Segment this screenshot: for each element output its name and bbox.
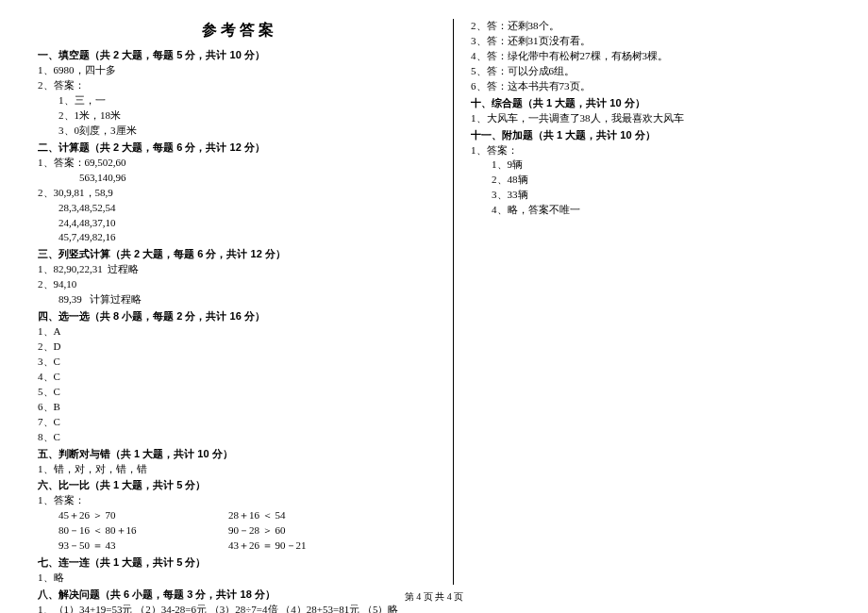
s6-row1: 45＋26 ＞ 70 28＋16 ＜ 54	[38, 508, 442, 523]
section-1-head: 一、填空题（共 2 大题，每题 5 分，共计 10 分）	[38, 48, 442, 63]
s2-l5: 24,4,48,37,10	[38, 216, 442, 231]
section-10-head: 十、综合题（共 1 大题，共计 10 分）	[471, 96, 811, 111]
s11-l1: 1、答案：	[471, 143, 811, 158]
s1-l4: 2、1米，18米	[38, 108, 442, 124]
s6-row2: 80－16 ＜ 80＋16 90－28 ＞ 60	[38, 523, 442, 538]
s2-l2: 563,140,96	[38, 171, 442, 186]
s6-row3: 93－50 ＝ 43 43＋26 ＝ 90－21	[38, 538, 442, 554]
pre-l4: 5、答：可以分成6组。	[471, 64, 811, 79]
section-11-head: 十一、附加题（共 1 大题，共计 10 分）	[471, 128, 811, 143]
s6-r3a: 93－50 ＝ 43	[58, 538, 228, 554]
s6-r2a: 80－16 ＜ 80＋16	[58, 523, 228, 538]
s10-l1: 1、大风车，一共调查了38人，我最喜欢大风车	[471, 111, 811, 126]
s6-r3b: 43＋26 ＝ 90－21	[228, 538, 379, 554]
pre-l1: 2、答：还剩38个。	[471, 19, 811, 34]
s4-i8: 8、C	[38, 430, 442, 445]
s11-i2: 2、48辆	[471, 173, 811, 188]
s1-l3: 1、三，一	[38, 93, 442, 108]
page-footer: 第 4 页 共 4 页	[0, 590, 868, 604]
section-4-head: 四、选一选（共 8 小题，每题 2 分，共计 16 分）	[38, 309, 442, 324]
doc-title: 参考答案	[38, 19, 442, 41]
s6-r1a: 45＋26 ＞ 70	[58, 508, 228, 523]
s3-l3: 89,39 计算过程略	[38, 292, 442, 307]
section-7-head: 七、连一连（共 1 大题，共计 5 分）	[38, 555, 442, 571]
section-2-head: 二、计算题（共 2 大题，每题 6 分，共计 12 分）	[38, 141, 442, 156]
right-column: 2、答：还剩38个。 3、答：还剩31页没有看。 4、答：绿化带中有松树27棵，…	[453, 19, 811, 585]
s11-i3: 3、33辆	[471, 188, 811, 203]
s5-l1: 1、错，对，对，错，错	[38, 462, 442, 477]
s1-l2: 2、答案：	[38, 78, 442, 93]
page: 参考答案 一、填空题（共 2 大题，每题 5 分，共计 10 分） 1、6980…	[0, 0, 868, 585]
s3-l1: 1、82,90,22,31 过程略	[38, 262, 442, 277]
s4-i5: 5、C	[38, 385, 442, 400]
section-3-head: 三、列竖式计算（共 2 大题，每题 6 分，共计 12 分）	[38, 247, 442, 262]
s4-i1: 1、A	[38, 324, 442, 340]
s11-i4: 4、略，答案不唯一	[471, 203, 811, 218]
s8-l1: 1、（1）34+19=53元 （2）34-28=6元 （3）28÷7=4倍 （4…	[38, 603, 442, 613]
s4-i2: 2、D	[38, 340, 442, 355]
s2-l6: 45,7,49,82,16	[38, 230, 442, 245]
s6-r1b: 28＋16 ＜ 54	[228, 508, 379, 523]
s1-l5: 3、0刻度，3厘米	[38, 124, 442, 139]
s2-l4: 28,3,48,52,54	[38, 201, 442, 216]
s4-i4: 4、C	[38, 370, 442, 385]
s6-l1: 1、答案：	[38, 493, 442, 508]
s6-r2b: 90－28 ＞ 60	[228, 523, 379, 538]
left-column: 参考答案 一、填空题（共 2 大题，每题 5 分，共计 10 分） 1、6980…	[38, 19, 453, 585]
pre-l5: 6、答：这本书共有73页。	[471, 79, 811, 94]
pre-l3: 4、答：绿化带中有松树27棵，有杨树3棵。	[471, 49, 811, 64]
section-6-head: 六、比一比（共 1 大题，共计 5 分）	[38, 478, 442, 493]
s2-l3: 2、30,9,81，58,9	[38, 186, 442, 201]
s7-l1: 1、略	[38, 571, 442, 586]
section-5-head: 五、判断对与错（共 1 大题，共计 10 分）	[38, 447, 442, 462]
s4-i6: 6、B	[38, 400, 442, 415]
s3-l2: 2、94,10	[38, 277, 442, 292]
s4-i7: 7、C	[38, 415, 442, 430]
s11-i1: 1、9辆	[471, 157, 811, 173]
pre-l2: 3、答：还剩31页没有看。	[471, 34, 811, 49]
s2-l1: 1、答案：69,502,60	[38, 156, 442, 171]
s1-l1: 1、6980，四十多	[38, 63, 442, 78]
s4-i3: 3、C	[38, 355, 442, 370]
